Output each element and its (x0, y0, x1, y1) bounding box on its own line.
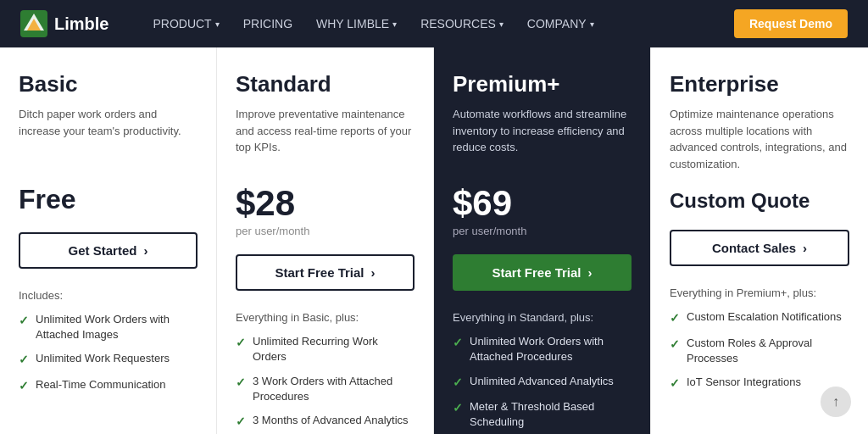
check-icon: ✓ (453, 375, 463, 392)
check-icon: ✓ (453, 335, 463, 352)
pricing-grid: Basic Ditch paper work orders and increa… (0, 47, 868, 434)
standard-cta-button[interactable]: Start Free Trial › (236, 254, 415, 291)
list-item: ✓ IoT Sensor Integrations (670, 375, 849, 392)
plan-enterprise-includes: Everything in Premium+, plus: (670, 287, 849, 299)
chevron-down-icon: ▾ (499, 19, 504, 29)
list-item: ✓ Custom Roles & Approval Processes (670, 336, 849, 366)
list-item: ✓ Custom Escalation Notifications (670, 309, 849, 327)
plan-standard-desc: Improve preventative maintenance and acc… (236, 106, 415, 167)
plan-standard-name: Standard (236, 71, 415, 97)
arrow-right-icon: › (588, 265, 593, 280)
plan-basic-name: Basic (19, 71, 198, 97)
chevron-down-icon: ▾ (215, 19, 220, 29)
plan-premium-price: $69 (453, 184, 632, 223)
check-icon: ✓ (236, 335, 246, 352)
arrow-right-icon: › (803, 241, 807, 255)
plan-premium-desc: Automate workflows and streamline invent… (453, 106, 632, 167)
logo-icon (20, 10, 47, 37)
nav-product[interactable]: PRODUCT ▾ (142, 10, 229, 37)
plan-basic-desc: Ditch paper work orders and increase you… (19, 106, 198, 167)
list-item: ✓ Real-Time Communication (19, 377, 198, 395)
plan-enterprise-features: ✓ Custom Escalation Notifications ✓ Cust… (670, 309, 849, 392)
plan-enterprise-desc: Optimize maintenance operations across m… (670, 106, 849, 172)
enterprise-cta-button[interactable]: Contact Sales › (670, 230, 849, 266)
nav-resources[interactable]: RESOURCES ▾ (410, 10, 514, 37)
check-icon: ✓ (453, 400, 463, 417)
plan-standard: Standard Improve preventative maintenanc… (217, 47, 434, 434)
plan-enterprise-name: Enterprise (670, 71, 849, 97)
plan-premium-per: per user/month (453, 225, 632, 237)
plan-standard-price: $28 (236, 184, 415, 223)
check-icon: ✓ (670, 337, 680, 353)
logo[interactable]: Limble (20, 10, 108, 37)
check-icon: ✓ (670, 376, 680, 392)
plan-premium: Premium+ Automate workflows and streamli… (434, 47, 651, 434)
arrow-right-icon: › (371, 265, 376, 280)
nav-pricing[interactable]: PRICING (233, 10, 303, 37)
plan-premium-includes: Everything in Standard, plus: (453, 311, 632, 324)
plan-premium-features: ✓ Unlimited Work Orders with Attached Pr… (453, 334, 632, 430)
plan-basic-includes: Includes: (19, 289, 198, 302)
list-item: ✓ Unlimited Work Orders with Attached Im… (19, 312, 198, 342)
chevron-down-icon: ▾ (590, 19, 594, 29)
chevron-down-icon: ▾ (392, 19, 397, 29)
arrow-right-icon: › (143, 243, 147, 258)
scroll-to-top-button[interactable]: ↑ (821, 387, 851, 417)
request-demo-button[interactable]: Request Demo (734, 9, 848, 38)
list-item: ✓ Unlimited Work Orders with Attached Pr… (453, 334, 632, 364)
plan-enterprise-price: Custom Quote (670, 189, 849, 213)
main-nav: Limble PRODUCT ▾ PRICING WHY LIMBLE ▾ RE… (0, 0, 868, 47)
plan-basic-features: ✓ Unlimited Work Orders with Attached Im… (19, 312, 198, 395)
plan-standard-per: per user/month (236, 225, 415, 237)
check-icon: ✓ (19, 313, 29, 330)
check-icon: ✓ (236, 414, 246, 431)
plan-basic-price: Free (19, 184, 198, 215)
check-icon: ✓ (670, 310, 680, 327)
logo-text: Limble (54, 14, 108, 34)
nav-why-limble[interactable]: WHY LIMBLE ▾ (306, 10, 407, 37)
list-item: ✓ Unlimited Work Requesters (19, 351, 198, 369)
plan-standard-features: ✓ Unlimited Recurring Work Orders ✓ 3 Wo… (236, 334, 415, 430)
list-item: ✓ Unlimited Advanced Analytics (453, 374, 632, 392)
plan-enterprise: Enterprise Optimize maintenance operatio… (651, 47, 868, 434)
list-item: ✓ 3 Months of Advanced Analytics (236, 413, 415, 431)
list-item: ✓ Unlimited Recurring Work Orders (236, 334, 415, 364)
nav-company[interactable]: COMPANY ▾ (517, 10, 604, 37)
basic-cta-button[interactable]: Get Started › (19, 232, 198, 269)
list-item: ✓ Meter & Threshold Based Scheduling (453, 399, 632, 430)
list-item: ✓ 3 Work Orders with Attached Procedures (236, 374, 415, 404)
nav-links: PRODUCT ▾ PRICING WHY LIMBLE ▾ RESOURCES… (142, 10, 734, 37)
check-icon: ✓ (236, 375, 246, 392)
plan-premium-name: Premium+ (453, 71, 632, 97)
check-icon: ✓ (19, 378, 29, 395)
check-icon: ✓ (19, 352, 29, 369)
premium-cta-button[interactable]: Start Free Trial › (453, 254, 632, 291)
plan-standard-includes: Everything in Basic, plus: (236, 311, 415, 324)
plan-basic: Basic Ditch paper work orders and increa… (0, 47, 217, 434)
arrow-up-icon: ↑ (832, 394, 839, 409)
